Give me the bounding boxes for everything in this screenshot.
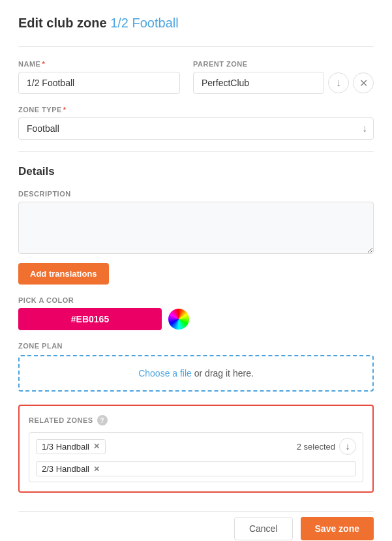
selected-count: 2 selected ↓ bbox=[297, 438, 356, 455]
parent-zone-input[interactable] bbox=[193, 72, 324, 94]
name-required: * bbox=[42, 60, 45, 68]
add-translations-button[interactable]: Add translations bbox=[18, 263, 109, 285]
zone-plan-group: ZONE PLAN Choose a file or drag it here. bbox=[18, 342, 374, 392]
file-drop-zone[interactable]: Choose a file or drag it here. bbox=[18, 355, 374, 392]
description-label: DESCRIPTION bbox=[18, 190, 374, 198]
tag-1-label: 1/3 Handball bbox=[42, 442, 89, 452]
related-zones-label: RELATED ZONES bbox=[29, 416, 93, 424]
zone-type-input[interactable] bbox=[18, 117, 374, 140]
details-section-title: Details bbox=[18, 165, 374, 178]
section-divider bbox=[18, 151, 374, 152]
title-divider bbox=[18, 46, 374, 47]
tag-1: 1/3 Handball ✕ bbox=[36, 439, 106, 454]
page-title: Edit club zone 1/2 Football bbox=[18, 16, 374, 31]
description-group: DESCRIPTION bbox=[18, 190, 374, 263]
page-title-highlight: 1/2 Football bbox=[110, 16, 179, 30]
tags-dropdown-btn[interactable]: ↓ bbox=[339, 438, 356, 455]
color-row: #EB0165 bbox=[18, 308, 374, 330]
parent-zone-dropdown-btn[interactable]: ↓ bbox=[328, 72, 349, 93]
cancel-button[interactable]: Cancel bbox=[234, 517, 293, 540]
related-zones-help-icon[interactable]: ? bbox=[97, 415, 108, 425]
color-picker-button[interactable] bbox=[168, 309, 189, 330]
tag-2-remove-btn[interactable]: ✕ bbox=[93, 465, 100, 474]
footer-actions: Cancel Save zone bbox=[18, 511, 374, 540]
name-input[interactable] bbox=[18, 72, 180, 94]
pick-color-label: PICK A COLOR bbox=[18, 296, 374, 304]
save-zone-button[interactable]: Save zone bbox=[301, 517, 374, 540]
zone-type-select-wrapper: ↓ bbox=[18, 117, 374, 140]
related-zones-container: RELATED ZONES ? 1/3 Handball ✕ 2 selecte… bbox=[18, 405, 374, 493]
tag-2: 2/3 Handball ✕ bbox=[36, 461, 356, 476]
description-textarea[interactable] bbox=[18, 202, 374, 254]
tag-2-label: 2/3 Handball bbox=[42, 464, 89, 474]
parent-zone-label: PARENT ZONE bbox=[193, 60, 374, 68]
tag-1-remove-btn[interactable]: ✕ bbox=[93, 442, 100, 451]
parent-zone-clear-btn[interactable]: ✕ bbox=[353, 72, 374, 93]
drop-text: or drag it here. bbox=[194, 368, 254, 379]
parent-zone-group: PARENT ZONE ↓ ✕ bbox=[193, 60, 374, 94]
related-zones-header: RELATED ZONES ? bbox=[29, 415, 363, 425]
page-title-static: Edit club zone bbox=[18, 16, 110, 30]
zone-type-required: * bbox=[63, 106, 67, 114]
tags-row: 1/3 Handball ✕ 2 selected ↓ 2/3 Handball… bbox=[29, 432, 363, 482]
parent-zone-wrapper: ↓ ✕ bbox=[193, 72, 374, 94]
color-value-button[interactable]: #EB0165 bbox=[18, 308, 162, 330]
zone-plan-label: ZONE PLAN bbox=[18, 342, 374, 350]
zone-type-group: ZONE TYPE* ↓ bbox=[18, 106, 374, 140]
page-container: Edit club zone 1/2 Football NAME* PARENT… bbox=[0, 0, 392, 541]
selected-count-text: 2 selected bbox=[297, 442, 335, 452]
name-group: NAME* bbox=[18, 60, 180, 94]
choose-file-link[interactable]: Choose a file bbox=[138, 368, 192, 379]
name-parent-row: NAME* PARENT ZONE ↓ ✕ bbox=[18, 60, 374, 94]
tag-row-2: 2/3 Handball ✕ bbox=[36, 461, 356, 476]
pick-color-group: PICK A COLOR #EB0165 bbox=[18, 296, 374, 342]
zone-type-row: ZONE TYPE* ↓ bbox=[18, 106, 374, 140]
name-label: NAME* bbox=[18, 60, 180, 68]
zone-type-label: ZONE TYPE* bbox=[18, 106, 374, 114]
